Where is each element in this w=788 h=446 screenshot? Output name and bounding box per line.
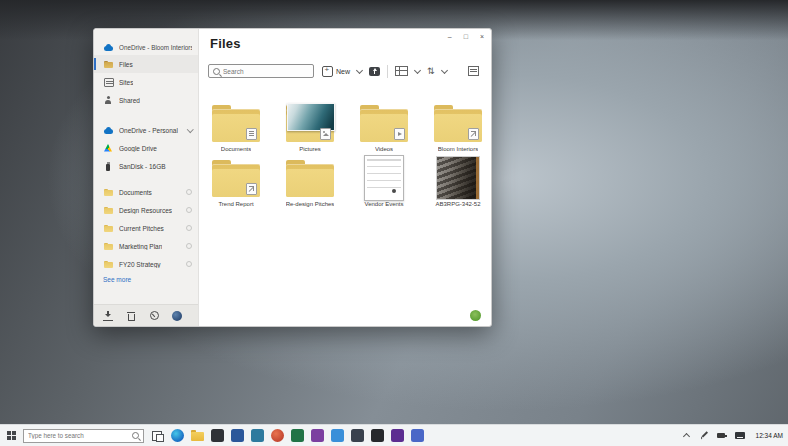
tile-art [421,101,495,145]
taskbar-search-input[interactable] [28,432,129,439]
minimize-button[interactable]: – [448,32,452,42]
start-button[interactable] [0,425,23,446]
taskbar-teams-icon[interactable] [251,429,264,442]
sidebar-item-google-drive[interactable]: Google Drive [94,139,198,157]
document-badge-icon [246,128,257,140]
photo-thumbnail [287,103,335,131]
folder-icon [286,160,334,197]
taskbar-edge-icon[interactable] [171,429,184,442]
tile-label: Re-design Pitches [286,201,335,207]
screen: OneDrive - Bloom Interiors FilesSitesSha… [0,0,788,446]
sync-status-button[interactable] [470,310,481,321]
tile-documents[interactable]: Documents [199,101,273,152]
sidebar-item-design-resources[interactable]: Design Resources [94,201,198,219]
sidebar-item-onedrive-personal[interactable]: OneDrive - Personal [94,121,198,139]
taskbar-app-black-icon[interactable] [371,429,384,442]
sidebar-item-label: Files [119,61,133,68]
taskbar-file-explorer-icon[interactable] [191,429,204,442]
onedrive-cloud-icon [103,43,114,52]
sidebar-item-shared[interactable]: Shared [94,91,198,109]
maximize-button[interactable]: □ [464,32,468,42]
photo-preview [436,156,480,200]
chevron-down-icon[interactable] [187,126,193,132]
tile-videos[interactable]: Videos [347,101,421,152]
sidebar-item-fy20-strategy[interactable]: FY20 Strategy [94,255,198,273]
cloud-icon [103,126,114,135]
folder-body [191,432,204,441]
search-box[interactable] [208,64,314,78]
new-item-icon [322,66,333,77]
sidebar-item-current-pitches[interactable]: Current Pitches [94,219,198,237]
download-icon[interactable] [103,311,113,321]
sidebar-item-files[interactable]: Files [94,55,198,73]
new-dropdown-chevron-icon[interactable] [356,66,363,73]
taskbar: 12:34 AM [0,424,788,446]
settings-icon[interactable] [172,311,182,321]
taskbar-app-blue-icon[interactable] [411,429,424,442]
search-input[interactable] [223,68,309,75]
system-tray-icons [681,431,745,441]
tile-label: Pictures [299,146,321,152]
sidebar-item-label: Sites [119,79,133,86]
sidebar-item-label: FY20 Strategy [119,261,161,268]
tile-label: Vendor Events [364,201,403,207]
new-button-label: New [336,68,350,75]
sidebar-item-sandisk-16gb[interactable]: SanDisk - 16GB [94,157,198,175]
taskbar-word-icon[interactable] [231,429,244,442]
details-pane-icon[interactable] [468,66,479,76]
sidebar-item-documents[interactable]: Documents [94,183,198,201]
close-button[interactable]: × [480,32,484,42]
view-dropdown-chevron-icon[interactable] [414,66,421,73]
sidebar-item-sites[interactable]: Sites [94,73,198,91]
tile-label: Videos [375,146,393,152]
touch-keyboard-icon[interactable] [735,431,745,441]
taskbar-visual-studio-icon[interactable] [391,429,404,442]
page-title: Files [210,36,241,51]
taskbar-search-box[interactable] [23,429,144,443]
sidebar-item-label: SanDisk - 16GB [119,163,166,170]
folder-front [286,169,334,197]
tile-bloom-interiors[interactable]: Bloom Interiors [421,101,495,152]
files-app-window: OneDrive - Bloom Interiors FilesSitesSha… [93,28,492,327]
taskbar-task-view-icon[interactable] [151,429,164,442]
sidebar-footer [94,304,198,326]
recycle-bin-icon[interactable] [126,311,136,321]
window-controls: –□× [448,32,484,42]
view-grid-icon[interactable] [395,66,408,76]
tile-pictures[interactable]: Pictures [273,101,347,152]
tile-label: AB3RPG-342-52 [435,201,480,207]
tile-re-design-pitches[interactable]: Re-design Pitches [273,156,347,207]
tile-art [199,101,273,145]
taskbar-outlook-icon[interactable] [331,429,344,442]
folder-icon [103,260,114,269]
sidebar-account[interactable]: OneDrive - Bloom Interiors [94,39,198,55]
see-more-link[interactable]: See more [103,276,198,283]
sidebar-item-marketing-plan[interactable]: Marketing Plan [94,237,198,255]
battery-icon[interactable] [717,431,727,441]
sidebar-item-label: Documents [119,189,152,196]
recent-icon[interactable] [149,311,159,321]
search-icon [213,68,220,75]
system-tray: 12:34 AM [681,431,788,441]
document-preview [364,155,404,201]
usb-icon [103,162,114,171]
main-pane: Files –□× New ⇅ [198,29,491,326]
taskbar-app-navy-icon[interactable] [351,429,364,442]
sites-icon [103,78,114,87]
tile-vendor-events[interactable]: Vendor Events [347,156,421,207]
taskbar-office-icon[interactable] [271,429,284,442]
taskbar-onenote-icon[interactable] [311,429,324,442]
sort-icon[interactable]: ⇅ [427,66,435,76]
taskbar-store-icon[interactable] [211,429,224,442]
pen-icon[interactable] [699,431,709,441]
clock[interactable]: 12:34 AM [753,432,783,439]
toolbar-divider [387,65,388,78]
tile-ab3rpg-342-52[interactable]: AB3RPG-342-52 [421,156,495,207]
sort-dropdown-chevron-icon[interactable] [441,66,448,73]
tile-trend-report[interactable]: Trend Report [199,156,273,207]
new-button[interactable]: New [322,66,350,77]
taskbar-excel-icon[interactable] [291,429,304,442]
upload-icon[interactable] [369,67,380,76]
hidden-icons-chevron-icon[interactable] [681,431,691,441]
sidebar-pinned: DocumentsDesign ResourcesCurrent Pitches… [94,183,198,273]
